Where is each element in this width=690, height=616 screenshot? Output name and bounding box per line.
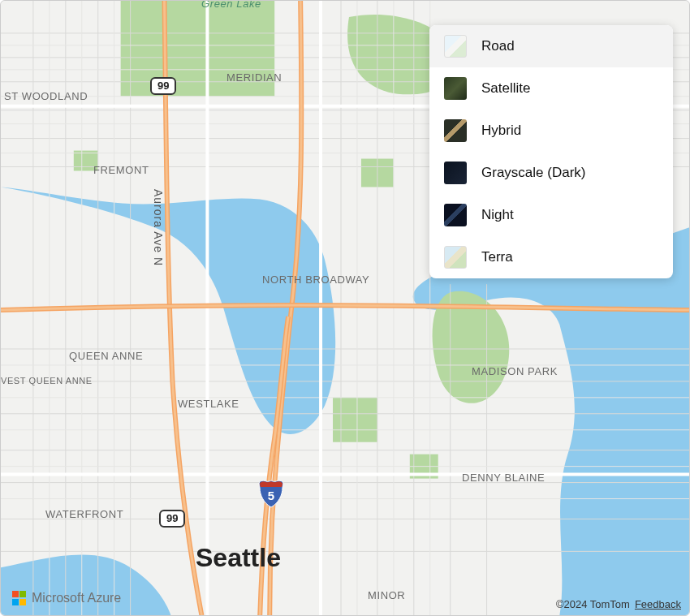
style-picker: Road Satellite Hybrid Grayscale (Dark) N… [429,25,673,278]
feedback-link[interactable]: Feedback [635,598,681,610]
style-label: Night [481,207,514,223]
style-item-road[interactable]: Road [429,25,673,67]
road-swatch-icon [444,35,467,58]
style-item-night[interactable]: Night [429,194,673,236]
copyright-attribution: ©2024 TomTom Feedback [556,598,681,610]
svg-text:5: 5 [268,489,274,502]
satellite-swatch-icon [444,77,467,100]
style-item-hybrid[interactable]: Hybrid [429,110,673,152]
microsoft-logo-icon [12,591,27,605]
shield-sr99-top: 99 [150,77,176,95]
svg-rect-3 [333,398,377,442]
brand-label: Microsoft Azure [32,591,121,605]
terra-swatch-icon [444,246,467,269]
hybrid-swatch-icon [444,119,467,142]
style-item-grayscale[interactable]: Grayscale (Dark) [429,152,673,194]
style-item-terra[interactable]: Terra [429,236,673,278]
map-container[interactable]: Green Lake MERIDIAN ST WOODLAND FREMONT … [0,0,690,616]
copyright-text: ©2024 TomTom [556,598,630,610]
style-label: Road [481,38,515,54]
style-label: Terra [481,249,513,265]
style-item-satellite[interactable]: Satellite [429,67,673,110]
grayscale-swatch-icon [444,162,467,184]
night-swatch-icon [444,204,467,226]
shield-sr99-bottom: 99 [159,510,185,528]
brand-attribution: Microsoft Azure [12,591,121,605]
style-label: Grayscale (Dark) [481,165,585,181]
style-label: Hybrid [481,123,521,139]
svg-rect-5 [74,151,98,171]
shield-i5: 5 [257,479,285,508]
style-label: Satellite [481,80,530,97]
